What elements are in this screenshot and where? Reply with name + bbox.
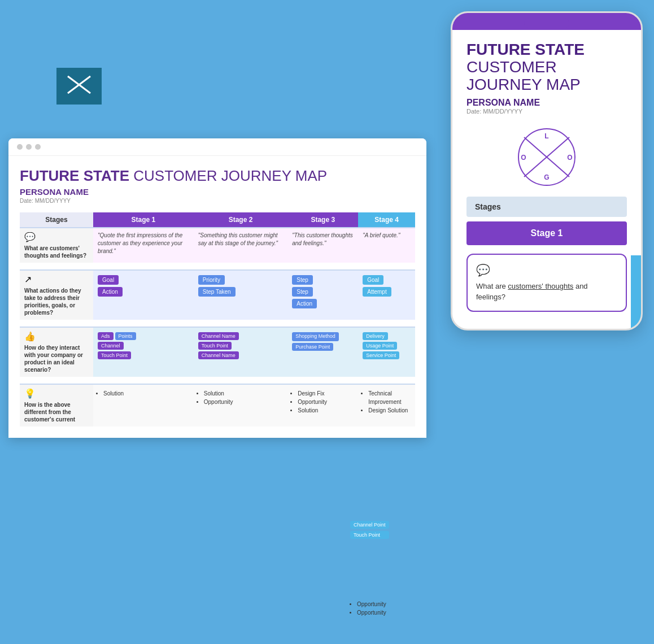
lightbulb-icon: 💡 [24, 388, 89, 399]
diff-s1: Solution [93, 384, 194, 427]
differences-label-text: How is the above different from the cust… [24, 401, 89, 423]
badge-delivery: Delivery [363, 332, 388, 340]
diff-item: Solution [204, 389, 283, 398]
thoughts-quote-s3: "This customer thoughts and feelings." [292, 232, 354, 247]
diff-item: Design Fix [298, 389, 354, 398]
thoughts-row: 💬 What are customers' thoughts and feeli… [20, 228, 415, 263]
badge-attempt-s4: Attempt [363, 287, 391, 297]
persona-name: PERSONA NAME [20, 187, 415, 197]
logo-circle-svg: L O O G [516, 126, 578, 188]
phone-date: Date: MM/DD/YYYY [466, 108, 627, 115]
svg-text:L: L [544, 132, 548, 140]
badge-step-s2: Step Taken [198, 287, 236, 297]
phone-notch [452, 13, 641, 30]
browser-window: FUTURE STATE CUSTOMER JOURNEY MAP PERSON… [8, 138, 426, 438]
phone-persona: PERSONA NAME [466, 98, 627, 108]
differences-section-label: 💡 How is the above different from the cu… [20, 384, 93, 427]
spacer-row-2 [20, 320, 415, 327]
badge-touchpoint-s2: Touch Point [198, 342, 232, 350]
thoughts-s1: "Quote the first impressions of the cust… [93, 228, 194, 263]
badge-goal-s4: Goal [363, 275, 383, 285]
diff-item: Design Solution [368, 406, 411, 415]
diff-list-s3: Design Fix Opportunity Solution [292, 389, 354, 415]
diff-col5-extra: Opportunity Opportunity [351, 600, 386, 617]
browser-bar [8, 138, 426, 156]
thoughts-label-text: What are customers' thoughts and feeling… [24, 245, 89, 259]
interactions-row: 👍 How do they interact with your company… [20, 327, 415, 377]
svg-text:O: O [567, 154, 572, 162]
phone-tooltip-text: What are customers' thoughts and feeling… [476, 281, 617, 302]
interactions-label-text: How do they interact with your company o… [24, 344, 89, 373]
actions-s4: Goal Attempt [358, 270, 415, 320]
diff-item-opp1: Opportunity [357, 600, 386, 608]
badge-channel-point: Channel Point [350, 521, 389, 529]
badge-touchpoint-s1: Touch Point [98, 351, 131, 359]
badge-touchpoint-s5: Touch Point [350, 531, 389, 539]
diff-list-s4: Technical Improvement Design Solution [363, 389, 411, 415]
diff-item: Solution [298, 406, 354, 415]
badge-shopping: Shopping Method [292, 332, 339, 341]
badge-ads: Ads [98, 332, 114, 340]
badge-purchase: Purchase Point [292, 343, 333, 351]
diff-item: Opportunity [298, 398, 354, 406]
interactions-s4: Delivery Usage Point Service Point [358, 327, 415, 377]
badge-goal-s1: Goal [98, 275, 119, 285]
diff-s2: Solution Opportunity [194, 384, 287, 427]
diff-list-s1: Solution [98, 389, 189, 398]
phone-title-bold: FUTURE STATE CUSTOMER JOURNEY MAP [466, 41, 627, 93]
badge-points: Points [115, 332, 136, 340]
interactions-s1: Ads Points Channel Touch Point [93, 327, 194, 377]
title-bold: FUTURE STATE [20, 167, 129, 184]
badge-channel2-s2: Channel Name [198, 351, 239, 359]
thoughts-quote-s2: "Something this customer might say at th… [198, 232, 283, 247]
phone-stage1: Stage 1 [466, 221, 627, 245]
interactions-s2: Channel Name Touch Point Channel Name [194, 327, 287, 377]
badge-priority-s2: Priority [198, 275, 225, 285]
diff-s3: Design Fix Opportunity Solution [287, 384, 358, 427]
differences-row: 💡 How is the above different from the cu… [20, 384, 415, 427]
svg-text:G: G [544, 173, 549, 181]
title-light: CUSTOMER JOURNEY MAP [129, 167, 327, 184]
thoughts-section-label: 💬 What are customers' thoughts and feeli… [20, 228, 93, 263]
phone-frame: FUTURE STATE CUSTOMER JOURNEY MAP PERSON… [451, 11, 643, 330]
phone-notch-inner [524, 18, 569, 28]
svg-text:O: O [521, 154, 526, 162]
spacer-row-1 [20, 263, 415, 270]
badge-service: Service Point [363, 351, 399, 359]
browser-content: FUTURE STATE CUSTOMER JOURNEY MAP PERSON… [8, 156, 426, 427]
actions-s3: Step Step Action [287, 270, 358, 320]
logo-circle-container: L O O G [466, 126, 627, 188]
col-stage2: Stage 2 [194, 212, 287, 228]
browser-dot-2 [26, 144, 32, 150]
page-title: FUTURE STATE CUSTOMER JOURNEY MAP [20, 167, 415, 185]
thoughts-s4: "A brief quote." [358, 228, 415, 263]
phone-scrollbar [631, 255, 641, 329]
badge-action-s3: Action [292, 299, 317, 308]
actions-row: ↗ What actions do they take to address t… [20, 270, 415, 320]
badge-step-s3: Step [292, 275, 313, 285]
phone-tooltip: 💬 What are customers' thoughts and feeli… [466, 254, 627, 311]
badge-step2-s3: Step [292, 287, 313, 297]
date-text: Date: MM/DD/YYYY [20, 198, 415, 204]
badge-usage: Usage Point [363, 342, 397, 350]
phone-stages-label: Stages [466, 197, 627, 217]
badge-action-s1: Action [98, 287, 123, 297]
interactions-s3: Shopping Method Purchase Point [287, 327, 358, 377]
badge-channel-s1: Channel [98, 342, 124, 350]
thoughts-quote-s1: "Quote the first impressions of the cust… [98, 232, 189, 255]
thoughts-s3: "This customer thoughts and feelings." [287, 228, 358, 263]
interactions-section-label: 👍 How do they interact with your company… [20, 327, 93, 377]
diff-s4: Technical Improvement Design Solution [358, 384, 415, 427]
actions-s1: Goal Action [93, 270, 194, 320]
journey-table: Stages Stage 1 Stage 2 Stage 3 Stage 4 💬… [20, 212, 415, 427]
browser-dot-3 [35, 144, 41, 150]
diff-list-s2: Solution Opportunity [198, 389, 283, 406]
diff-item: Technical Improvement [368, 389, 411, 406]
actions-section-label: ↗ What actions do they take to address t… [20, 270, 93, 320]
diff-item: Opportunity [204, 398, 283, 406]
browser-dot-1 [17, 144, 23, 150]
logo-x-icon [65, 73, 93, 99]
spacer-row-3 [20, 377, 415, 384]
badge-channel-s2: Channel Name [198, 332, 239, 340]
thumb-icon: 👍 [24, 331, 89, 342]
